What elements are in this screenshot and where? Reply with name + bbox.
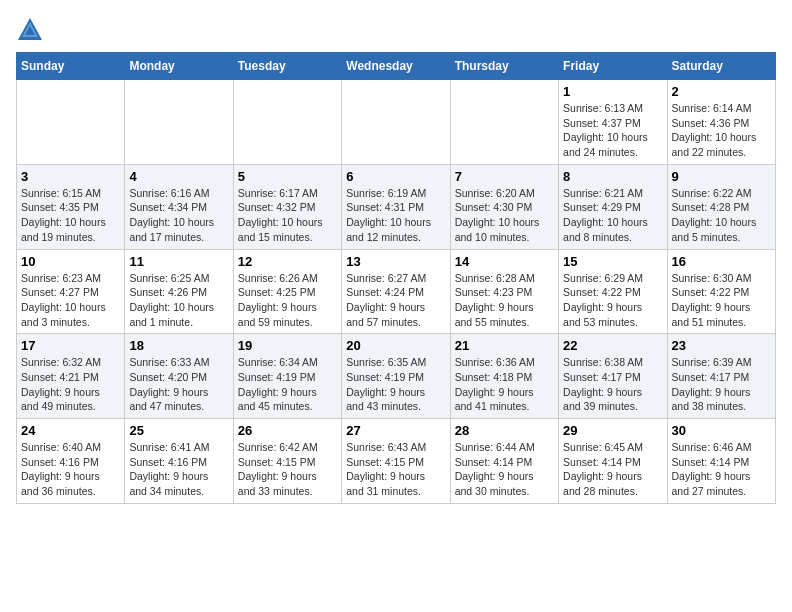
weekday-header: Saturday: [667, 53, 775, 80]
calendar-cell: 16Sunrise: 6:30 AM Sunset: 4:22 PM Dayli…: [667, 249, 775, 334]
calendar-cell: 15Sunrise: 6:29 AM Sunset: 4:22 PM Dayli…: [559, 249, 667, 334]
day-info: Sunrise: 6:26 AM Sunset: 4:25 PM Dayligh…: [238, 271, 337, 330]
day-number: 8: [563, 169, 662, 184]
day-number: 10: [21, 254, 120, 269]
calendar-cell: 12Sunrise: 6:26 AM Sunset: 4:25 PM Dayli…: [233, 249, 341, 334]
day-info: Sunrise: 6:40 AM Sunset: 4:16 PM Dayligh…: [21, 440, 120, 499]
day-info: Sunrise: 6:30 AM Sunset: 4:22 PM Dayligh…: [672, 271, 771, 330]
day-number: 15: [563, 254, 662, 269]
calendar-cell: [450, 80, 558, 165]
day-number: 28: [455, 423, 554, 438]
day-number: 19: [238, 338, 337, 353]
calendar-cell: 28Sunrise: 6:44 AM Sunset: 4:14 PM Dayli…: [450, 419, 558, 504]
day-info: Sunrise: 6:45 AM Sunset: 4:14 PM Dayligh…: [563, 440, 662, 499]
day-info: Sunrise: 6:25 AM Sunset: 4:26 PM Dayligh…: [129, 271, 228, 330]
day-number: 25: [129, 423, 228, 438]
day-number: 7: [455, 169, 554, 184]
day-info: Sunrise: 6:14 AM Sunset: 4:36 PM Dayligh…: [672, 101, 771, 160]
weekday-header: Wednesday: [342, 53, 450, 80]
calendar-cell: 7Sunrise: 6:20 AM Sunset: 4:30 PM Daylig…: [450, 164, 558, 249]
day-info: Sunrise: 6:42 AM Sunset: 4:15 PM Dayligh…: [238, 440, 337, 499]
day-info: Sunrise: 6:35 AM Sunset: 4:19 PM Dayligh…: [346, 355, 445, 414]
day-number: 9: [672, 169, 771, 184]
day-info: Sunrise: 6:43 AM Sunset: 4:15 PM Dayligh…: [346, 440, 445, 499]
weekday-header: Thursday: [450, 53, 558, 80]
calendar-cell: 19Sunrise: 6:34 AM Sunset: 4:19 PM Dayli…: [233, 334, 341, 419]
calendar-cell: [233, 80, 341, 165]
day-number: 11: [129, 254, 228, 269]
calendar-cell: 3Sunrise: 6:15 AM Sunset: 4:35 PM Daylig…: [17, 164, 125, 249]
calendar-cell: 1Sunrise: 6:13 AM Sunset: 4:37 PM Daylig…: [559, 80, 667, 165]
day-info: Sunrise: 6:17 AM Sunset: 4:32 PM Dayligh…: [238, 186, 337, 245]
day-info: Sunrise: 6:29 AM Sunset: 4:22 PM Dayligh…: [563, 271, 662, 330]
day-info: Sunrise: 6:28 AM Sunset: 4:23 PM Dayligh…: [455, 271, 554, 330]
day-number: 6: [346, 169, 445, 184]
calendar-cell: [17, 80, 125, 165]
day-info: Sunrise: 6:46 AM Sunset: 4:14 PM Dayligh…: [672, 440, 771, 499]
calendar-cell: 21Sunrise: 6:36 AM Sunset: 4:18 PM Dayli…: [450, 334, 558, 419]
day-info: Sunrise: 6:38 AM Sunset: 4:17 PM Dayligh…: [563, 355, 662, 414]
weekday-header: Sunday: [17, 53, 125, 80]
day-number: 23: [672, 338, 771, 353]
day-number: 5: [238, 169, 337, 184]
calendar-cell: 9Sunrise: 6:22 AM Sunset: 4:28 PM Daylig…: [667, 164, 775, 249]
calendar-cell: 5Sunrise: 6:17 AM Sunset: 4:32 PM Daylig…: [233, 164, 341, 249]
day-info: Sunrise: 6:13 AM Sunset: 4:37 PM Dayligh…: [563, 101, 662, 160]
calendar-cell: 25Sunrise: 6:41 AM Sunset: 4:16 PM Dayli…: [125, 419, 233, 504]
calendar-cell: 13Sunrise: 6:27 AM Sunset: 4:24 PM Dayli…: [342, 249, 450, 334]
day-number: 4: [129, 169, 228, 184]
day-info: Sunrise: 6:34 AM Sunset: 4:19 PM Dayligh…: [238, 355, 337, 414]
day-info: Sunrise: 6:32 AM Sunset: 4:21 PM Dayligh…: [21, 355, 120, 414]
calendar-cell: 4Sunrise: 6:16 AM Sunset: 4:34 PM Daylig…: [125, 164, 233, 249]
day-info: Sunrise: 6:21 AM Sunset: 4:29 PM Dayligh…: [563, 186, 662, 245]
calendar-cell: 22Sunrise: 6:38 AM Sunset: 4:17 PM Dayli…: [559, 334, 667, 419]
day-number: 20: [346, 338, 445, 353]
calendar-cell: [342, 80, 450, 165]
header: [16, 16, 776, 44]
calendar-cell: 11Sunrise: 6:25 AM Sunset: 4:26 PM Dayli…: [125, 249, 233, 334]
calendar-cell: 6Sunrise: 6:19 AM Sunset: 4:31 PM Daylig…: [342, 164, 450, 249]
day-info: Sunrise: 6:39 AM Sunset: 4:17 PM Dayligh…: [672, 355, 771, 414]
calendar-cell: 10Sunrise: 6:23 AM Sunset: 4:27 PM Dayli…: [17, 249, 125, 334]
calendar-cell: 29Sunrise: 6:45 AM Sunset: 4:14 PM Dayli…: [559, 419, 667, 504]
logo-icon: [16, 16, 44, 44]
calendar-cell: 27Sunrise: 6:43 AM Sunset: 4:15 PM Dayli…: [342, 419, 450, 504]
day-info: Sunrise: 6:19 AM Sunset: 4:31 PM Dayligh…: [346, 186, 445, 245]
day-number: 17: [21, 338, 120, 353]
calendar-cell: 30Sunrise: 6:46 AM Sunset: 4:14 PM Dayli…: [667, 419, 775, 504]
calendar-cell: 8Sunrise: 6:21 AM Sunset: 4:29 PM Daylig…: [559, 164, 667, 249]
calendar-cell: 23Sunrise: 6:39 AM Sunset: 4:17 PM Dayli…: [667, 334, 775, 419]
day-number: 16: [672, 254, 771, 269]
weekday-header: Friday: [559, 53, 667, 80]
day-number: 30: [672, 423, 771, 438]
day-number: 18: [129, 338, 228, 353]
day-number: 13: [346, 254, 445, 269]
calendar-cell: 17Sunrise: 6:32 AM Sunset: 4:21 PM Dayli…: [17, 334, 125, 419]
day-number: 3: [21, 169, 120, 184]
weekday-header: Monday: [125, 53, 233, 80]
day-number: 29: [563, 423, 662, 438]
day-number: 21: [455, 338, 554, 353]
day-info: Sunrise: 6:16 AM Sunset: 4:34 PM Dayligh…: [129, 186, 228, 245]
day-info: Sunrise: 6:20 AM Sunset: 4:30 PM Dayligh…: [455, 186, 554, 245]
day-info: Sunrise: 6:15 AM Sunset: 4:35 PM Dayligh…: [21, 186, 120, 245]
calendar-cell: 14Sunrise: 6:28 AM Sunset: 4:23 PM Dayli…: [450, 249, 558, 334]
day-number: 26: [238, 423, 337, 438]
day-number: 27: [346, 423, 445, 438]
day-number: 24: [21, 423, 120, 438]
day-info: Sunrise: 6:23 AM Sunset: 4:27 PM Dayligh…: [21, 271, 120, 330]
calendar-cell: 20Sunrise: 6:35 AM Sunset: 4:19 PM Dayli…: [342, 334, 450, 419]
calendar-cell: 26Sunrise: 6:42 AM Sunset: 4:15 PM Dayli…: [233, 419, 341, 504]
day-info: Sunrise: 6:44 AM Sunset: 4:14 PM Dayligh…: [455, 440, 554, 499]
day-number: 1: [563, 84, 662, 99]
weekday-header: Tuesday: [233, 53, 341, 80]
day-number: 12: [238, 254, 337, 269]
calendar-cell: [125, 80, 233, 165]
calendar-table: SundayMondayTuesdayWednesdayThursdayFrid…: [16, 52, 776, 504]
day-info: Sunrise: 6:33 AM Sunset: 4:20 PM Dayligh…: [129, 355, 228, 414]
calendar-cell: 24Sunrise: 6:40 AM Sunset: 4:16 PM Dayli…: [17, 419, 125, 504]
logo: [16, 16, 48, 44]
day-number: 14: [455, 254, 554, 269]
day-info: Sunrise: 6:27 AM Sunset: 4:24 PM Dayligh…: [346, 271, 445, 330]
day-info: Sunrise: 6:41 AM Sunset: 4:16 PM Dayligh…: [129, 440, 228, 499]
